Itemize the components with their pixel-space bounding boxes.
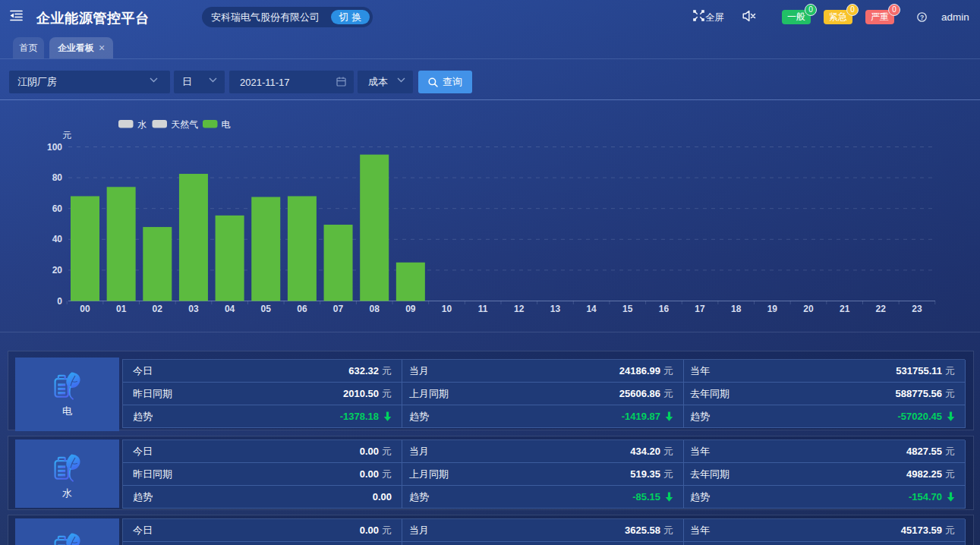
svg-text:00: 00: [80, 304, 90, 314]
svg-text:17: 17: [695, 304, 705, 314]
svg-text:04: 04: [225, 304, 235, 314]
svg-text:18: 18: [731, 304, 742, 314]
svg-text:60: 60: [52, 203, 63, 214]
svg-text:13: 13: [550, 304, 561, 314]
svg-text:20: 20: [803, 304, 814, 314]
svg-text:06: 06: [297, 304, 307, 314]
svg-text:15: 15: [622, 304, 633, 314]
svg-text:14: 14: [586, 304, 597, 314]
svg-text:天然气: 天然气: [172, 119, 199, 130]
svg-text:02: 02: [153, 304, 163, 314]
svg-text:20: 20: [52, 265, 63, 276]
svg-text:80: 80: [52, 172, 63, 183]
svg-text:19: 19: [767, 304, 778, 314]
svg-text:07: 07: [333, 304, 344, 314]
svg-text:05: 05: [261, 304, 272, 314]
svg-text:?: ?: [920, 14, 924, 21]
svg-text:11: 11: [478, 304, 488, 314]
svg-text:元: 元: [62, 130, 71, 140]
svg-text:40: 40: [52, 234, 63, 244]
svg-text:水: 水: [137, 119, 147, 130]
svg-text:电: 电: [222, 119, 231, 130]
svg-text:21: 21: [840, 304, 850, 314]
svg-text:09: 09: [405, 304, 416, 314]
svg-text:03: 03: [188, 304, 199, 314]
svg-text:16: 16: [659, 304, 670, 314]
svg-text:22: 22: [876, 304, 887, 314]
svg-text:0: 0: [57, 296, 62, 307]
svg-text:10: 10: [442, 304, 452, 314]
svg-text:23: 23: [912, 304, 922, 314]
svg-text:100: 100: [47, 142, 62, 153]
svg-text:01: 01: [116, 304, 127, 314]
svg-text:08: 08: [370, 304, 380, 314]
svg-text:12: 12: [514, 304, 525, 314]
